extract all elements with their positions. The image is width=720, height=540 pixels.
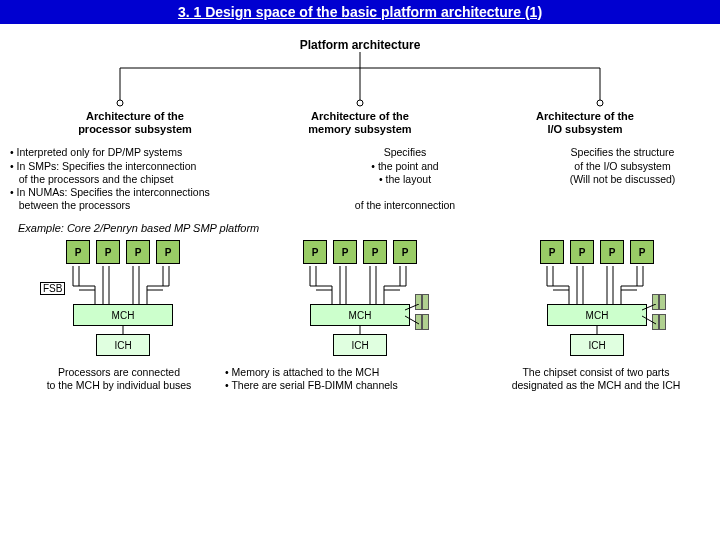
bus-lines	[527, 266, 667, 304]
fsb-label: FSB	[40, 282, 65, 295]
io-subsystem-desc: Specifies the structure of the I/O subsy…	[535, 146, 710, 212]
descriptions-row: • Interpreted only for DP/MP systems • I…	[0, 146, 720, 212]
processor-box: P	[156, 240, 180, 264]
mch-ich-line	[587, 326, 607, 334]
memory-channel-lines	[642, 304, 672, 334]
slide-title: 3. 1 Design space of the basic platform …	[0, 0, 720, 24]
root-node-label: Platform architecture	[0, 38, 720, 52]
processor-box: P	[333, 240, 357, 264]
diagram-memory: P P P P MCH ICH	[255, 240, 465, 356]
mch-ich-line	[350, 326, 370, 334]
ich-box: ICH	[570, 334, 624, 356]
mch-box: MCH	[547, 304, 647, 326]
bus-lines	[53, 266, 193, 304]
svg-line-67	[642, 304, 656, 310]
memory-subsystem-heading: Architecture of thememory subsystem	[255, 110, 465, 136]
subsystem-row: Architecture of theprocessor subsystem A…	[0, 110, 720, 136]
processor-box: P	[393, 240, 417, 264]
svg-point-5	[117, 100, 123, 106]
hierarchy-connector	[60, 52, 660, 108]
processor-box: P	[540, 240, 564, 264]
processor-box: P	[600, 240, 624, 264]
bus-lines	[290, 266, 430, 304]
processor-subsystem-desc: • Interpreted only for DP/MP systems • I…	[10, 146, 275, 212]
caption-io: The chipset consist of two partsdesignat…	[486, 366, 706, 392]
svg-line-47	[405, 316, 419, 324]
processor-box: P	[630, 240, 654, 264]
svg-line-46	[405, 304, 419, 310]
diagram-processor: P P P P FSB MCH ICH	[18, 240, 228, 356]
memory-channel-lines	[405, 304, 435, 334]
example-caption: Example: Core 2/Penryn based MP SMP plat…	[18, 222, 720, 234]
processor-box: P	[66, 240, 90, 264]
processor-box: P	[303, 240, 327, 264]
caption-processor: Processors are connectedto the MCH by in…	[14, 366, 224, 392]
diagram-row: P P P P FSB MCH ICH P P	[0, 240, 720, 356]
mch-box: MCH	[73, 304, 173, 326]
svg-point-6	[357, 100, 363, 106]
caption-memory: • Memory is attached to the MCH• There a…	[225, 366, 485, 392]
processor-box: P	[570, 240, 594, 264]
ich-box: ICH	[96, 334, 150, 356]
io-subsystem-heading: Architecture of theI/O subsystem	[480, 110, 690, 136]
processor-box: P	[126, 240, 150, 264]
memory-subsystem-desc: Specifies • the point and • the layout o…	[310, 146, 500, 212]
processor-box: P	[363, 240, 387, 264]
mch-box: MCH	[310, 304, 410, 326]
processor-subsystem-heading: Architecture of theprocessor subsystem	[30, 110, 240, 136]
diagram-io: P P P P MCH ICH	[492, 240, 702, 356]
svg-line-68	[642, 316, 656, 324]
processor-box: P	[96, 240, 120, 264]
mch-ich-line	[113, 326, 133, 334]
caption-row: Processors are connectedto the MCH by in…	[0, 366, 720, 392]
ich-box: ICH	[333, 334, 387, 356]
svg-point-7	[597, 100, 603, 106]
